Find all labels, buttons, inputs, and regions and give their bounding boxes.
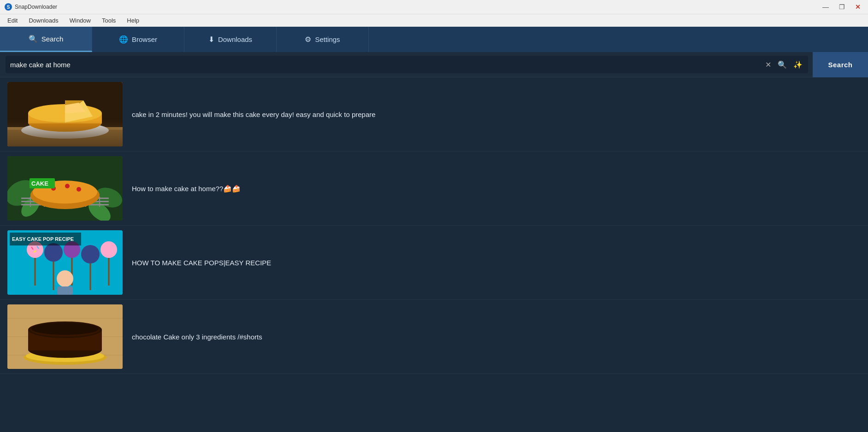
svg-point-38 bbox=[44, 243, 63, 262]
result-title-2: How to make cake at home??🍰🍰 bbox=[132, 184, 861, 193]
clear-button[interactable]: ✕ bbox=[764, 59, 772, 70]
svg-text:EASY CAKE POP RECIPE: EASY CAKE POP RECIPE bbox=[12, 236, 74, 242]
svg-point-60 bbox=[31, 323, 99, 335]
menu-downloads[interactable]: Downloads bbox=[24, 15, 63, 26]
tab-bar: 🔍 Search 🌐 Browser ⬇ Downloads ⚙ Setting… bbox=[0, 27, 868, 52]
maximize-button[interactable]: ❐ bbox=[836, 2, 848, 12]
tab-browser[interactable]: 🌐 Browser bbox=[92, 27, 184, 52]
tab-downloads[interactable]: ⬇ Downloads bbox=[184, 27, 277, 52]
menu-help[interactable]: Help bbox=[122, 15, 144, 26]
result-title-3: HOW TO MAKE CAKE POPS|EASY RECIPE bbox=[132, 258, 861, 268]
menu-edit[interactable]: Edit bbox=[3, 15, 22, 26]
svg-rect-46 bbox=[57, 286, 73, 295]
result-item-3[interactable]: EASY CAKE POP RECIPE HOW TO MAKE CAKE PO… bbox=[0, 226, 868, 300]
result-thumb-4 bbox=[7, 304, 123, 369]
svg-point-3 bbox=[21, 122, 109, 139]
search-icon-button[interactable]: 🔍 bbox=[777, 59, 788, 70]
menu-tools[interactable]: Tools bbox=[97, 15, 120, 26]
settings-tab-icon: ⚙ bbox=[305, 35, 311, 44]
result-item-4[interactable]: chocolate Cake only 3 ingredients /#shor… bbox=[0, 300, 868, 374]
result-item-1[interactable]: cake in 2 minutes! you will make this ca… bbox=[0, 77, 868, 152]
svg-text:CAKE: CAKE bbox=[31, 180, 48, 187]
svg-point-45 bbox=[57, 270, 73, 287]
svg-point-28 bbox=[77, 187, 81, 192]
app-name: SnapDownloader bbox=[15, 4, 57, 10]
tab-downloads-label: Downloads bbox=[218, 35, 252, 43]
minimize-button[interactable]: — bbox=[820, 2, 832, 12]
search-submit-button[interactable]: Search bbox=[813, 52, 868, 77]
search-bar: ✕ 🔍 ✨ Search bbox=[0, 52, 868, 77]
svg-point-40 bbox=[81, 245, 100, 263]
browser-tab-icon: 🌐 bbox=[119, 35, 128, 44]
result-title-4: chocolate Cake only 3 ingredients /#shor… bbox=[132, 332, 861, 342]
title-bar-left: S SnapDownloader bbox=[5, 3, 57, 11]
result-thumb-3: EASY CAKE POP RECIPE bbox=[7, 230, 123, 295]
result-item-2[interactable]: CAKE How to make cake at home??🍰🍰 bbox=[0, 152, 868, 226]
search-input-icons: ✕ 🔍 ✨ bbox=[764, 59, 803, 70]
svg-rect-1 bbox=[7, 128, 123, 146]
title-bar-controls: — ❐ ✕ bbox=[820, 2, 863, 12]
search-tab-icon: 🔍 bbox=[29, 35, 38, 43]
app-logo: S bbox=[5, 3, 12, 11]
svg-rect-2 bbox=[7, 127, 123, 130]
menu-window[interactable]: Window bbox=[65, 15, 95, 26]
result-thumb-2: CAKE bbox=[7, 156, 123, 221]
tab-browser-label: Browser bbox=[132, 35, 157, 43]
tab-search[interactable]: 🔍 Search bbox=[0, 27, 92, 52]
downloads-tab-icon: ⬇ bbox=[208, 35, 214, 44]
menu-bar: Edit Downloads Window Tools Help bbox=[0, 14, 868, 27]
result-thumb-1 bbox=[7, 82, 123, 146]
tab-settings-label: Settings bbox=[315, 35, 340, 43]
title-bar: S SnapDownloader — ❐ ✕ bbox=[0, 0, 868, 14]
tab-settings[interactable]: ⚙ Settings bbox=[277, 27, 369, 52]
tab-search-label: Search bbox=[41, 35, 64, 43]
svg-point-27 bbox=[65, 184, 70, 188]
search-input[interactable] bbox=[10, 61, 764, 69]
result-title-1: cake in 2 minutes! you will make this ca… bbox=[132, 110, 861, 119]
magic-icon-button[interactable]: ✨ bbox=[792, 59, 803, 70]
close-button[interactable]: ✕ bbox=[852, 2, 863, 12]
svg-point-41 bbox=[100, 241, 117, 258]
results-container: cake in 2 minutes! you will make this ca… bbox=[0, 77, 868, 432]
search-input-wrapper: ✕ 🔍 ✨ bbox=[6, 56, 808, 73]
